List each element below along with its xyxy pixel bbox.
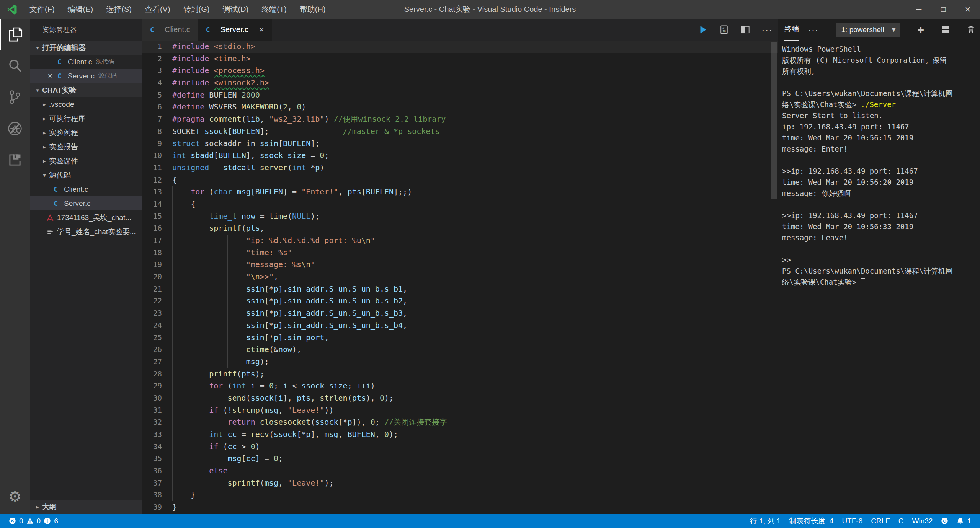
notifications-bell-button[interactable]: 1 bbox=[952, 514, 975, 528]
menu-item[interactable]: 帮助(H) bbox=[293, 0, 332, 19]
code-token: char bbox=[214, 187, 232, 196]
code-token bbox=[223, 430, 227, 439]
code-tokens: int sbadd[BUFLEN], ssock_size = 0; bbox=[172, 150, 329, 162]
code-line-text: { bbox=[172, 174, 778, 186]
tree-item[interactable]: ▸可执行程序 bbox=[30, 111, 142, 125]
editor-tab[interactable]: CClient.c bbox=[142, 19, 198, 41]
tree-item[interactable]: ▸实验课件 bbox=[30, 154, 142, 168]
tree-item[interactable]: 学号_姓名_chat实验要... bbox=[30, 225, 142, 239]
code-token: i bbox=[366, 381, 371, 390]
code-line: 33int cc = recv(ssock[*p], msg, BUFLEN, … bbox=[142, 429, 778, 441]
terminal-line: 所有权利。 bbox=[782, 66, 980, 77]
activitybar-source-control[interactable] bbox=[0, 81, 30, 113]
editor-scrollbar[interactable] bbox=[771, 42, 777, 199]
binary-file-icon: 0110 bbox=[719, 25, 729, 34]
editor-tab[interactable]: CServer.c✕ bbox=[198, 19, 272, 41]
split-editor-button[interactable] bbox=[740, 25, 750, 34]
tab-terminal[interactable]: 终端 bbox=[784, 19, 799, 41]
menu-item[interactable]: 文件(F) bbox=[23, 0, 61, 19]
code-tokens: #pragma comment(lib, "ws2_32.lib") //使用w… bbox=[172, 113, 446, 125]
indent-guide bbox=[172, 307, 173, 319]
code-token: \n bbox=[361, 236, 371, 245]
activitybar-search[interactable] bbox=[0, 50, 30, 81]
new-terminal-button[interactable]: + bbox=[917, 24, 924, 36]
problems-status[interactable]: 006 bbox=[5, 514, 62, 528]
tree-item[interactable]: ▸.vscode bbox=[30, 97, 142, 111]
tree-item[interactable]: 17341163_吴坎_chat... bbox=[30, 210, 142, 225]
code-token: #define bbox=[172, 90, 204, 99]
terminal-picker-dropdown[interactable]: 1: powershell ▼ bbox=[836, 23, 901, 37]
tree-item[interactable]: ▸实验例程 bbox=[30, 125, 142, 140]
activitybar-debug[interactable] bbox=[0, 113, 30, 144]
split-terminal-button[interactable] bbox=[941, 25, 950, 34]
close-icon[interactable]: ✕ bbox=[259, 26, 264, 34]
code-token: ); bbox=[324, 478, 333, 487]
code-token: , bbox=[403, 308, 407, 318]
feedback-smiley-button[interactable] bbox=[937, 514, 952, 528]
tree-item[interactable]: ▸实验报告 bbox=[30, 140, 142, 154]
code-token: ) bbox=[371, 381, 375, 390]
kill-terminal-button[interactable] bbox=[967, 25, 975, 34]
indent-guide bbox=[191, 380, 191, 392]
code-token: ) bbox=[301, 102, 306, 111]
cursor-position[interactable]: 行 1, 列 1 bbox=[746, 514, 785, 528]
menu-item[interactable]: 编辑(E) bbox=[61, 0, 100, 19]
code-line: 38} bbox=[142, 489, 778, 501]
platform[interactable]: Win32 bbox=[908, 514, 937, 528]
line-number: 36 bbox=[142, 465, 172, 477]
indent-guide bbox=[227, 307, 228, 319]
section-header-outline[interactable]: ▸大纲 bbox=[30, 500, 142, 514]
activitybar-explorer[interactable] bbox=[0, 19, 30, 50]
code-token: [ bbox=[242, 454, 246, 463]
chevron-right-icon: ▸ bbox=[40, 129, 49, 136]
encoding[interactable]: UTF-8 bbox=[838, 514, 867, 528]
close-button[interactable]: ✕ bbox=[956, 0, 980, 19]
code-token: = bbox=[306, 151, 320, 160]
indent-guide bbox=[227, 259, 228, 271]
code-line: 25ssin[*p].sin_port, bbox=[142, 332, 778, 344]
activitybar-extensions[interactable] bbox=[0, 144, 30, 176]
outline-section: ▸大纲 bbox=[30, 500, 142, 514]
tree-item[interactable]: ▾源代码 bbox=[30, 168, 142, 182]
code-token: ( bbox=[223, 381, 232, 390]
section-header[interactable]: ▾CHAT实验 bbox=[30, 83, 142, 97]
code-token: time bbox=[269, 212, 287, 221]
debug-no-bug-icon bbox=[7, 121, 23, 137]
code-line: 23ssin[*p].sin_addr.S_un.S_un_b.s_b3, bbox=[142, 307, 778, 319]
tree-item[interactable]: ✕CServer.c源代码 bbox=[30, 69, 142, 83]
menu-item[interactable]: 选择(S) bbox=[100, 0, 138, 19]
menu-item[interactable]: 终端(T) bbox=[255, 0, 293, 19]
indent-guide bbox=[191, 344, 191, 356]
more-actions-button[interactable]: ··· bbox=[761, 25, 773, 35]
tree-item[interactable]: CClient.c bbox=[30, 182, 142, 196]
panel-more-actions-button[interactable]: ··· bbox=[808, 24, 818, 35]
tree-item[interactable]: ✕CClient.c源代码 bbox=[30, 55, 142, 69]
section-header[interactable]: ▾打开的编辑器 bbox=[30, 41, 142, 55]
close-icon[interactable]: ✕ bbox=[47, 72, 57, 80]
binary-file-button[interactable]: 0110 bbox=[719, 25, 729, 34]
code-token bbox=[186, 151, 191, 160]
indent-guide bbox=[209, 344, 209, 356]
code-line: 37sprintf(msg, "Leave!"); bbox=[142, 477, 778, 489]
code-token: [ bbox=[361, 187, 366, 196]
maximize-button[interactable]: □ bbox=[931, 0, 956, 19]
terminal-output[interactable]: Windows PowerShell版权所有 (C) Microsoft Cor… bbox=[778, 41, 980, 514]
code-token: } bbox=[191, 490, 195, 499]
menu-item[interactable]: 调试(D) bbox=[216, 0, 255, 19]
code-token: ssock bbox=[274, 430, 297, 439]
tree-item[interactable]: CServer.c bbox=[30, 196, 142, 210]
code-token: [* bbox=[297, 430, 306, 439]
menu-item[interactable]: 转到(G) bbox=[177, 0, 216, 19]
minimize-button[interactable]: ─ bbox=[906, 0, 931, 19]
language-mode[interactable]: C bbox=[894, 514, 908, 528]
code-line: 21ssin[*p].sin_addr.S_un.S_un_b.s_b1, bbox=[142, 283, 778, 295]
code-editor[interactable]: 1#include <stdio.h>2#include <time.h>3#i… bbox=[142, 41, 778, 514]
eol[interactable]: CRLF bbox=[867, 514, 894, 528]
item-label: 17341163_吴坎_chat... bbox=[57, 213, 131, 223]
indent-guide bbox=[191, 259, 191, 271]
run-button[interactable] bbox=[698, 25, 708, 34]
code-token: ( bbox=[242, 114, 246, 124]
menu-item[interactable]: 查看(V) bbox=[138, 0, 177, 19]
manage-gear-button[interactable]: ⚙ bbox=[0, 483, 30, 510]
tab-size[interactable]: 制表符长度: 4 bbox=[785, 514, 838, 528]
